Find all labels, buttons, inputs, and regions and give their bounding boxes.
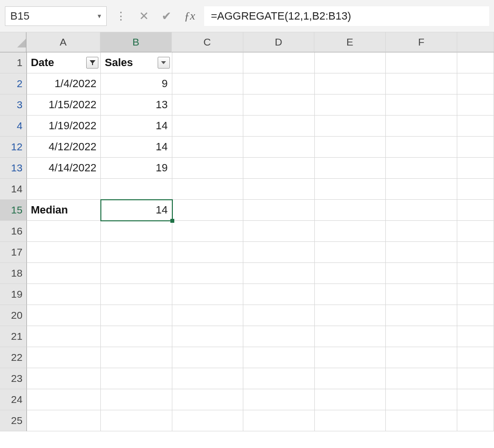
cell[interactable] [457,389,494,410]
cell[interactable] [315,368,386,389]
cell[interactable] [243,137,315,158]
cell[interactable] [457,73,494,94]
cell[interactable] [27,368,101,389]
cell[interactable] [457,305,494,326]
fx-icon[interactable]: ƒx [184,9,195,23]
cell[interactable] [315,73,386,94]
row-header[interactable]: 18 [0,263,27,284]
cell[interactable] [172,284,244,305]
cell[interactable] [27,389,101,410]
cell[interactable] [386,137,457,158]
filter-button-sales[interactable] [158,57,170,69]
cell[interactable] [172,410,244,431]
cell[interactable] [172,242,244,263]
cell[interactable] [386,284,457,305]
cell[interactable] [172,263,244,284]
cell[interactable] [243,389,315,410]
cell[interactable] [457,137,494,158]
row-header[interactable]: 12 [0,137,27,158]
row-header[interactable]: 22 [0,347,27,368]
cell[interactable] [101,242,172,263]
cell[interactable] [386,347,457,368]
cell[interactable] [386,389,457,410]
cell[interactable] [172,200,244,221]
cell[interactable] [101,221,172,242]
cell[interactable] [457,242,494,263]
cell[interactable] [315,200,386,221]
cell[interactable] [243,305,315,326]
cell[interactable] [101,284,172,305]
cell[interactable] [457,52,494,73]
row-header[interactable]: 23 [0,368,27,389]
cell[interactable] [457,410,494,431]
column-header-F[interactable]: F [386,32,457,52]
cell[interactable] [243,73,315,94]
cell-B3[interactable]: 13 [101,94,172,116]
cell[interactable] [386,94,457,116]
cell-A1[interactable]: Date [27,52,101,73]
column-header-E[interactable]: E [314,32,386,52]
cell-A12[interactable]: 4/12/2022 [27,137,101,158]
cell[interactable] [101,179,172,200]
cell[interactable] [315,242,386,263]
column-header-A[interactable]: A [26,32,100,52]
row-header[interactable]: 13 [0,158,27,179]
cell[interactable] [386,158,457,179]
cell[interactable] [386,368,457,389]
select-all-corner[interactable] [0,32,26,52]
cell[interactable] [243,221,315,242]
cell[interactable] [386,73,457,94]
cell[interactable] [172,52,244,73]
cell[interactable] [457,94,494,116]
cell[interactable] [386,200,457,221]
cell[interactable] [243,347,315,368]
cell[interactable] [457,263,494,284]
cell[interactable] [315,179,386,200]
cell[interactable] [172,137,244,158]
row-header[interactable]: 16 [0,221,27,242]
cell[interactable] [386,263,457,284]
cell[interactable] [457,158,494,179]
worksheet[interactable]: A B C D E F 1 Date Sales [0,32,494,448]
cell[interactable] [243,94,315,116]
cell[interactable] [243,200,315,221]
cell[interactable] [315,389,386,410]
cell[interactable] [315,263,386,284]
cell[interactable] [457,347,494,368]
cell[interactable] [315,221,386,242]
row-header[interactable]: 15 [0,200,27,221]
cell[interactable] [243,410,315,431]
cell[interactable] [457,284,494,305]
cell[interactable] [27,263,101,284]
cell[interactable] [386,326,457,347]
cell[interactable] [386,179,457,200]
cell-B12[interactable]: 14 [101,137,172,158]
cell-B2[interactable]: 9 [101,73,172,94]
cell[interactable] [27,221,101,242]
cell[interactable] [315,284,386,305]
cell[interactable] [315,410,386,431]
column-header-C[interactable]: C [172,32,243,52]
name-box-dropdown-icon[interactable]: ▼ [96,13,102,20]
row-header[interactable]: 1 [0,52,27,73]
cell[interactable] [172,158,244,179]
cell[interactable] [27,179,101,200]
cell[interactable] [243,263,315,284]
cell[interactable] [457,179,494,200]
name-box[interactable]: B15 ▼ [5,6,107,26]
cell[interactable] [243,52,315,73]
accept-formula-icon[interactable]: ✔ [162,9,171,23]
column-header-D[interactable]: D [243,32,315,52]
cell[interactable] [172,116,244,137]
cell[interactable] [315,305,386,326]
cell[interactable] [172,221,244,242]
cell-A4[interactable]: 1/19/2022 [27,116,101,137]
cell[interactable] [101,326,172,347]
row-header[interactable]: 3 [0,94,27,116]
cell[interactable] [27,347,101,368]
cell[interactable] [243,179,315,200]
cell[interactable] [315,52,386,73]
cell[interactable] [243,368,315,389]
cell[interactable] [243,116,315,137]
cell[interactable] [172,179,244,200]
